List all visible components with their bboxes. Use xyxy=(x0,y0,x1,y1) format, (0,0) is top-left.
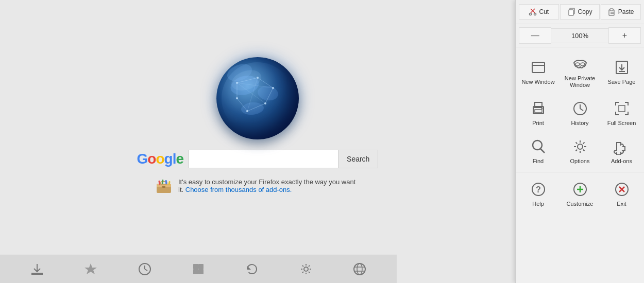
customize-message: It's easy to customize your Firefox exac… xyxy=(155,176,361,195)
customize-icon xyxy=(571,180,589,199)
menu-item-label: Options xyxy=(570,158,590,165)
svg-point-36 xyxy=(304,267,308,271)
svg-rect-31 xyxy=(193,264,198,269)
svg-line-6 xyxy=(247,103,265,111)
mask-icon xyxy=(571,55,589,73)
gear-icon xyxy=(571,137,589,156)
svg-point-68 xyxy=(578,144,583,149)
svg-point-37 xyxy=(354,263,365,275)
menu-item-options[interactable]: Options xyxy=(560,132,600,169)
svg-rect-34 xyxy=(198,269,204,274)
customize-link[interactable]: Choose from thousands of add-ons. xyxy=(185,186,292,193)
main-content: Google Search It's easy to customize you… xyxy=(0,0,515,283)
toolbar-settings[interactable] xyxy=(299,262,313,276)
window-icon xyxy=(529,58,548,77)
copy-icon xyxy=(568,8,576,16)
svg-point-16 xyxy=(246,110,248,112)
help-icon: ? xyxy=(529,180,548,199)
menu-item-label: Customize xyxy=(567,201,594,207)
exit-icon xyxy=(613,180,631,199)
toolbar-refresh[interactable] xyxy=(245,262,259,276)
search-input[interactable] xyxy=(189,150,338,168)
svg-point-54 xyxy=(581,63,585,66)
menu-grid: New Window New Private Window xyxy=(516,47,644,171)
toolbar-addons[interactable] xyxy=(191,262,206,276)
right-panel: Cut Copy Paste — 100% + xyxy=(515,0,644,283)
copy-button[interactable]: Copy xyxy=(560,4,600,20)
menu-item-fullscreen[interactable]: Full Screen xyxy=(601,94,642,131)
zoom-in-button[interactable]: + xyxy=(608,27,641,44)
svg-line-11 xyxy=(237,83,265,103)
fullscreen-icon xyxy=(613,99,631,118)
svg-point-53 xyxy=(575,63,580,66)
bottom-toolbar xyxy=(0,255,397,283)
toolbox-icon xyxy=(155,176,173,195)
menu-item-private-window[interactable]: New Private Window xyxy=(560,49,600,93)
menu-item-new-window[interactable]: New Window xyxy=(518,49,558,93)
menu-item-help[interactable]: ? Help xyxy=(518,174,558,211)
svg-line-9 xyxy=(247,78,258,111)
zoom-out-button[interactable]: — xyxy=(519,27,551,44)
svg-point-2 xyxy=(241,101,264,116)
globe-container xyxy=(216,57,299,139)
svg-rect-60 xyxy=(535,110,542,113)
svg-line-3 xyxy=(237,78,258,83)
customize-text: It's easy to customize your Firefox exac… xyxy=(178,178,361,193)
search-button[interactable]: Search xyxy=(338,150,378,168)
menu-item-label: Add-ons xyxy=(611,158,632,165)
svg-point-1 xyxy=(257,84,279,102)
svg-rect-65 xyxy=(619,105,625,112)
svg-point-44 xyxy=(534,13,536,15)
svg-marker-35 xyxy=(247,266,251,270)
svg-text:?: ? xyxy=(536,185,541,194)
menu-bottom: ? Help Customize xyxy=(516,172,644,214)
menu-item-save-page[interactable]: Save Page xyxy=(601,49,642,93)
menu-item-history[interactable]: History xyxy=(560,94,600,131)
menu-item-label: New Window xyxy=(521,79,554,85)
menu-item-label: Help xyxy=(532,201,544,207)
svg-line-5 xyxy=(265,88,273,103)
svg-point-43 xyxy=(530,13,532,15)
svg-point-13 xyxy=(257,77,259,79)
clock-icon xyxy=(571,99,589,118)
toolbar-download[interactable] xyxy=(30,262,44,276)
svg-rect-48 xyxy=(610,9,613,11)
paste-icon xyxy=(608,8,616,16)
svg-line-30 xyxy=(145,269,147,271)
menu-item-label: Print xyxy=(532,120,544,127)
cut-button[interactable]: Cut xyxy=(519,4,559,20)
clipboard-section: Cut Copy Paste xyxy=(516,0,644,24)
svg-line-10 xyxy=(237,83,273,88)
menu-item-print[interactable]: Print xyxy=(518,94,558,131)
menu-item-exit[interactable]: Exit xyxy=(601,174,642,211)
svg-rect-22 xyxy=(162,186,165,188)
svg-point-17 xyxy=(236,97,238,99)
svg-marker-27 xyxy=(84,263,97,274)
copy-label: Copy xyxy=(578,8,592,15)
search-area: Google Search xyxy=(137,150,379,168)
paste-label: Paste xyxy=(618,8,634,15)
cut-icon xyxy=(529,8,537,16)
toolbar-bookmark[interactable] xyxy=(83,262,98,276)
svg-rect-25 xyxy=(165,180,167,184)
svg-line-67 xyxy=(540,149,545,153)
menu-item-customize[interactable]: Customize xyxy=(560,174,600,211)
menu-item-label: Exit xyxy=(617,201,626,207)
toolbar-globe[interactable] xyxy=(352,262,367,276)
menu-item-label: Full Screen xyxy=(607,120,636,127)
cut-label: Cut xyxy=(539,8,549,15)
svg-point-0 xyxy=(228,73,261,98)
svg-rect-32 xyxy=(198,264,204,269)
menu-item-addons[interactable]: Add-ons xyxy=(601,132,642,169)
paste-button[interactable]: Paste xyxy=(601,4,641,20)
find-icon xyxy=(529,137,548,156)
puzzle-icon xyxy=(613,137,631,156)
zoom-section: — 100% + xyxy=(516,24,644,47)
svg-rect-24 xyxy=(162,180,164,184)
zoom-level: 100% xyxy=(551,28,608,43)
svg-point-15 xyxy=(264,102,266,104)
menu-item-label: History xyxy=(571,120,588,127)
firefox-globe xyxy=(216,57,299,139)
toolbar-history[interactable] xyxy=(138,262,152,276)
menu-item-find[interactable]: Find xyxy=(518,132,558,169)
